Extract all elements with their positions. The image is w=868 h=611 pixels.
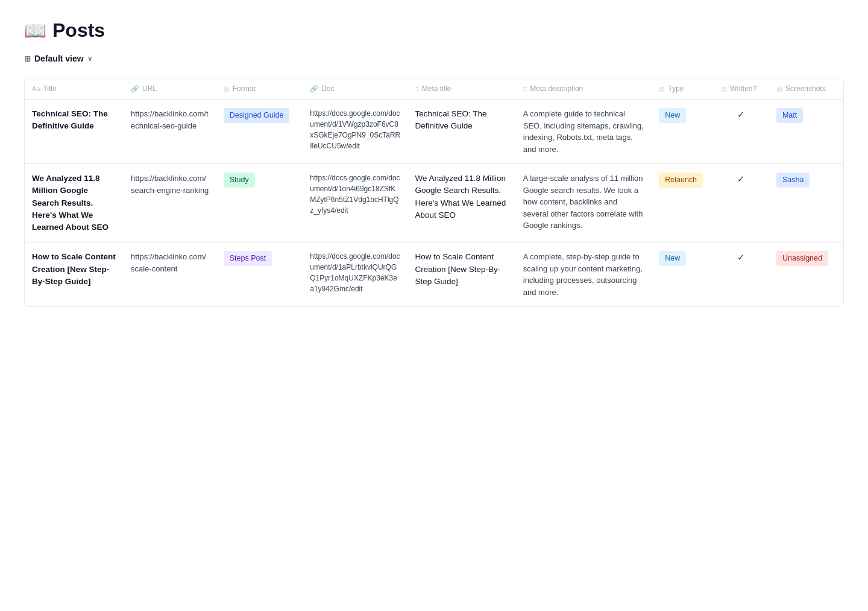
table-header-row: Aa Title 🔗 URL ◎ Format [25,78,843,100]
cell-title-2[interactable]: How to Scale Content Creation [New Step-… [25,242,124,307]
col-header-title: Aa Title [25,78,124,100]
meta-desc-col-icon: ≡ [523,85,527,92]
screenshots-badge-0: Matt [776,108,803,123]
cell-format-1: Study [216,164,303,242]
table-row: We Analyzed 11.8 Million Google Search R… [25,164,843,242]
url-col-icon: 🔗 [131,85,139,93]
format-badge-2: Steps Post [224,251,272,266]
screenshots-col-icon: ◎ [776,85,782,93]
cell-doc-1[interactable]: https://docs.google.com/document/d/1on4i… [303,164,407,242]
table-row: How to Scale Content Creation [New Step-… [25,242,843,307]
cell-screenshots-2: Unassigned [769,242,843,307]
col-header-screenshots: ◎ Screenshots [769,78,843,100]
cell-title-0[interactable]: Technical SEO: The Definitive Guide [25,100,124,164]
cell-written-2: ✓ [714,242,769,307]
format-badge-1: Study [224,173,255,188]
screenshots-badge-1: Sasha [776,173,810,188]
screenshots-badge-2: Unassigned [776,251,828,266]
cell-doc-2[interactable]: https://docs.google.com/document/d/1aPLr… [303,242,407,307]
checkmark-icon: ✓ [737,174,745,184]
col-header-written: ◎ Written? [714,78,769,100]
type-badge-2: New [659,251,686,266]
cell-url-2[interactable]: https://backlinko.com/scale-content [124,242,216,307]
cell-url-1[interactable]: https://backlinko.com/search-engine-rank… [124,164,216,242]
format-badge-0: Designed Guide [224,108,290,123]
cell-meta-title-0: Technical SEO: The Definitive Guide [407,100,515,164]
col-header-doc: 🔗 Doc [303,78,407,100]
page-title: Posts [52,19,105,42]
cell-meta-desc-1: A large-scale analysis of 11 million Goo… [516,164,652,242]
type-badge-0: New [659,108,686,123]
cell-written-0: ✓ [714,100,769,164]
type-badge-1: Relaunch [659,173,703,188]
cell-format-2: Steps Post [216,242,303,307]
cell-meta-title-2: How to Scale Content Creation [New Step-… [407,242,515,307]
cell-screenshots-1: Sasha [769,164,843,242]
checkmark-icon: ✓ [737,109,745,119]
type-col-icon: ◎ [659,85,665,93]
cell-type-2: New [652,242,713,307]
posts-table-wrapper: Aa Title 🔗 URL ◎ Format [24,78,844,307]
cell-written-1: ✓ [714,164,769,242]
cell-title-1[interactable]: We Analyzed 11.8 Million Google Search R… [25,164,124,242]
table-row: Technical SEO: The Definitive Guide http… [25,100,843,164]
view-selector-label: Default view [34,54,84,63]
col-header-meta-title: ≡ Meta title [407,78,515,100]
cell-meta-desc-2: A complete, step-by-step guide to scalin… [516,242,652,307]
title-col-icon: Aa [32,85,40,92]
cell-url-0[interactable]: https://backlinko.com/technical-seo-guid… [124,100,216,164]
col-header-format: ◎ Format [216,78,303,100]
checkmark-icon: ✓ [737,252,745,262]
doc-col-icon: 🔗 [310,85,318,93]
col-header-url: 🔗 URL [124,78,216,100]
chevron-down-icon: ∨ [87,55,92,63]
written-col-icon: ◎ [721,85,727,93]
format-col-icon: ◎ [224,85,230,93]
posts-table: Aa Title 🔗 URL ◎ Format [25,78,843,306]
cell-doc-0[interactable]: https://docs.google.com/document/d/1VWgz… [303,100,407,164]
page-header: 📖 Posts [24,19,844,42]
cell-meta-title-1: We Analyzed 11.8 Million Google Search R… [407,164,515,242]
col-header-meta-desc: ≡ Meta description [516,78,652,100]
cell-format-0: Designed Guide [216,100,303,164]
grid-icon: ⊞ [24,54,31,63]
meta-title-col-icon: ≡ [415,85,418,92]
cell-screenshots-0: Matt [769,100,843,164]
cell-type-0: New [652,100,713,164]
view-selector[interactable]: ⊞ Default view ∨ [24,54,92,63]
cell-meta-desc-0: A complete guide to technical SEO, inclu… [516,100,652,164]
col-header-type: ◎ Type [652,78,713,100]
page-icon: 📖 [24,20,46,41]
cell-type-1: Relaunch [652,164,713,242]
